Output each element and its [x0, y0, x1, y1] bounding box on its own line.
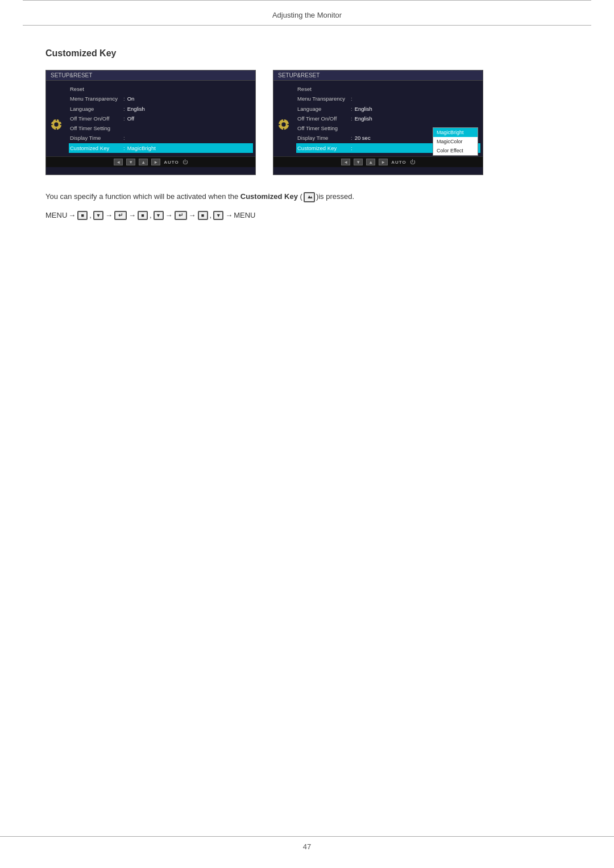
dropdown-item-magiccolor: MagicColor	[433, 137, 478, 146]
footer-page-number: 47	[303, 842, 311, 851]
nav-arrow-2: →	[105, 211, 113, 219]
desc-after: )is pressed.	[316, 192, 354, 201]
menu-item-displaytime-left: Display Time :	[69, 133, 253, 143]
nav-enter-2: ↵	[175, 211, 187, 220]
svg-point-1	[54, 122, 58, 126]
nav-arrow-4: →	[165, 211, 173, 219]
desc-keyname: Customized Key	[240, 192, 298, 201]
btn-up-right: ▲	[366, 159, 375, 165]
osd-title-left: SETUP&RESET	[46, 70, 255, 81]
content-area: Customized Key SETUP&RESET	[0, 26, 614, 243]
monitor-left: SETUP&RESET	[45, 70, 256, 175]
svg-rect-12	[278, 124, 280, 125]
btn-forward-left: ►	[151, 159, 160, 165]
nav-arrow-5: →	[189, 211, 196, 219]
osd-body-left: Reset Menu Transparency : On Language : …	[46, 81, 255, 156]
page-header: Adjusting the Monitor	[23, 1, 591, 26]
page-footer: 47	[0, 836, 614, 851]
dropdown-item-magicbright: MagicBright	[433, 128, 478, 137]
description-text: You can specify a function which will be…	[45, 191, 569, 203]
nav-btn-down-2: ▼	[154, 211, 164, 220]
menu-item-offsetting-left: Off Timer Setting	[69, 123, 253, 133]
osd-bottom-left: ◄ ▼ ▲ ► AUTO ⏻	[46, 156, 255, 167]
osd-menu-col-left: Reset Menu Transparency : On Language : …	[67, 83, 255, 154]
osd-bottom-right: ◄ ▼ ▲ ► AUTO ⏻	[273, 156, 483, 167]
osd-left: SETUP&RESET	[46, 70, 255, 175]
dropdown-item-coloreffect: Color Effect	[433, 146, 478, 155]
osd-title-right: SETUP&RESET	[273, 70, 483, 81]
nav-enter-1: ↵	[114, 211, 127, 220]
osd-icon-col-right	[273, 83, 294, 154]
nav-comma-1: ,	[89, 211, 92, 219]
svg-rect-11	[283, 128, 284, 130]
nav-btn-down-1: ▼	[93, 211, 103, 220]
btn-back-left: ◄	[114, 159, 123, 165]
menu-item-customkey-left: Customized Key : MagicBright	[69, 143, 253, 153]
nav-btn-2: ■	[138, 211, 148, 220]
btn-power-left: ⏻	[182, 159, 188, 165]
menu-item-offtimer-right: Off Timer On/Off : English	[296, 114, 480, 123]
gear-icon-right	[277, 118, 290, 131]
section-title: Customized Key	[45, 48, 569, 59]
btn-up-left: ▲	[139, 159, 148, 165]
menu-item-offtimer-left: Off Timer On/Off : Off	[69, 114, 253, 123]
btn-back-right: ◄	[341, 159, 350, 165]
svg-rect-10	[283, 118, 284, 121]
svg-rect-13	[287, 124, 289, 125]
svg-rect-2	[56, 118, 57, 121]
svg-rect-3	[56, 128, 57, 130]
nav-comma-3: ,	[210, 211, 212, 219]
gear-icon-left	[50, 118, 63, 131]
btn-down-left: ▼	[126, 159, 135, 165]
nav-arrow-3: →	[128, 211, 136, 219]
menu-item-reset-right: Reset	[296, 84, 480, 94]
header-title: Adjusting the Monitor	[272, 11, 342, 19]
nav-menu-prefix: MENU	[45, 211, 67, 219]
osd-right: SETUP&RESET Res	[273, 70, 483, 175]
menu-item-language-right: Language : English	[296, 104, 480, 114]
svg-point-9	[281, 122, 285, 126]
btn-auto-right: AUTO	[391, 160, 406, 165]
osd-icon-col-left	[46, 83, 67, 154]
btn-auto-left: AUTO	[164, 160, 179, 165]
nav-arrow-1: →	[68, 211, 76, 219]
svg-rect-4	[51, 124, 53, 125]
desc-before: You can specify a function which will be…	[45, 192, 240, 201]
menu-item-reset-left: Reset	[69, 84, 253, 94]
btn-down-right: ▼	[354, 159, 363, 165]
nav-arrow-6: →	[225, 211, 233, 219]
nav-btn-down-3: ▼	[213, 211, 223, 220]
menu-item-language-left: Language : English	[69, 104, 253, 114]
nav-comma-2: ,	[150, 211, 152, 219]
btn-forward-right: ►	[379, 159, 388, 165]
monitor-right: SETUP&RESET Res	[273, 70, 483, 175]
nav-btn-1: ■	[77, 211, 88, 220]
menu-item-transparency-right: Menu Transparency :	[296, 94, 480, 103]
svg-rect-5	[60, 124, 62, 125]
nav-menu-suffix: MENU	[234, 211, 255, 219]
osd-dropdown-right: MagicBright MagicColor Color Effect	[433, 127, 478, 156]
monitors-row: SETUP&RESET	[45, 70, 569, 175]
customized-key-icon: ▲	[304, 192, 315, 202]
nav-row: MENU → ■ , ▼ → ↵ → ■ , ▼ → ↵ → ■ , ▼ → M…	[45, 211, 569, 220]
menu-item-transparency-left: Menu Transparency : On	[69, 94, 253, 103]
nav-btn-3: ■	[198, 211, 208, 220]
btn-power-right: ⏻	[410, 159, 415, 165]
